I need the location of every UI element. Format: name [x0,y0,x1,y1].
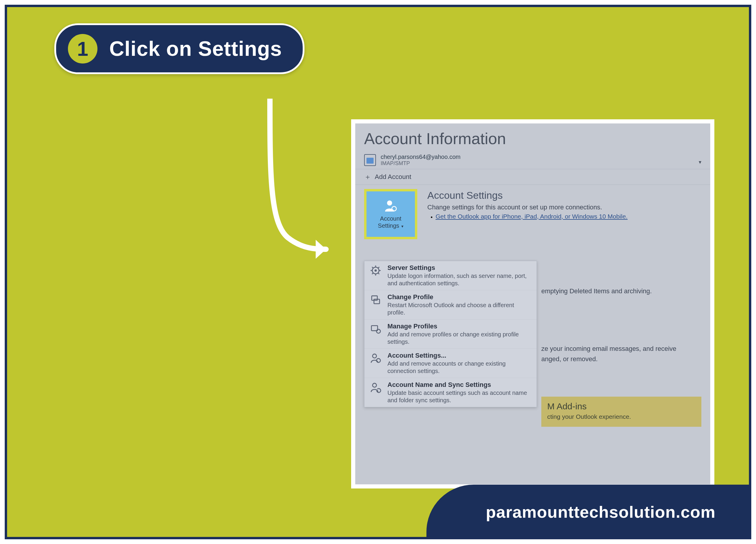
menu-manage-profiles[interactable]: Manage Profiles Add and remove profiles … [364,319,537,348]
add-account-label: Add Account [375,173,411,181]
account-settings-info: Account Settings Change settings for thi… [427,189,701,239]
footer-watermark: paramounttechsolution.com [426,485,751,539]
addins-title: M Add-ins [547,401,695,411]
chevron-down-icon: ▾ [401,224,403,229]
pointer-arrow-icon [258,99,341,276]
svg-rect-13 [374,299,379,304]
section-heading: Account Settings [427,190,701,201]
step-title: Click on Settings [109,37,282,61]
svg-point-1 [392,206,396,211]
menu-item-title: Change Profile [387,293,532,301]
menu-item-desc: Update basic account settings such as ac… [387,389,532,404]
svg-point-15 [377,329,380,333]
account-settings-dropdown: Server Settings Update logon information… [364,261,537,407]
menu-item-title: Manage Profiles [387,323,532,330]
addins-desc: cting your Outlook experience. [547,413,695,420]
svg-point-17 [377,359,380,362]
svg-point-16 [373,354,377,358]
svg-line-8 [372,267,373,268]
plus-icon: ＋ [364,172,371,182]
menu-account-name-sync[interactable]: Account Name and Sync Settings Update ba… [364,378,537,407]
footer-url: paramounttechsolution.com [486,502,716,522]
menu-item-desc: Update logon information, such as server… [387,272,532,287]
menu-item-title: Server Settings [387,264,532,272]
addins-panel: M Add-ins cting your Outlook experience. [541,397,701,427]
account-email: cheryl.parsons64@yahoo.com [381,154,460,160]
svg-point-0 [387,201,392,206]
menu-account-settings[interactable]: Account Settings... Add and remove accou… [364,348,537,378]
svg-point-3 [374,269,377,272]
svg-rect-12 [372,296,377,300]
account-settings-button[interactable]: AccountSettings ▾ [364,189,417,239]
section-description: Change settings for this account or set … [427,203,701,211]
profile-gear-icon [369,323,382,335]
add-account-button[interactable]: ＋ Add Account [355,169,710,185]
screenshot-panel: Account Information cheryl.parsons64@yah… [351,119,714,488]
outlook-account-info: Account Information cheryl.parsons64@yah… [355,123,710,484]
svg-line-9 [378,273,379,274]
step-header: 1 Click on Settings [54,23,304,74]
background-text: ze your incoming email messages, and rec… [541,345,701,353]
menu-item-desc: Restart Microsoft Outlook and choose a d… [387,302,532,316]
tutorial-frame: 1 Click on Settings Account Information … [5,5,751,539]
person-sync-icon [369,381,382,394]
gear-icon [369,264,382,277]
menu-server-settings[interactable]: Server Settings Update logon information… [364,261,537,290]
background-text: emptying Deleted Items and archiving. [541,287,701,295]
svg-line-10 [378,267,379,268]
person-gear-icon [384,199,397,213]
menu-item-desc: Add and remove profiles or change existi… [387,331,532,346]
person-gear-icon [369,352,382,365]
mailbox-icon [364,154,376,166]
menu-change-profile[interactable]: Change Profile Restart Microsoft Outlook… [364,290,537,319]
profile-switch-icon [369,293,382,306]
svg-line-11 [372,273,373,274]
step-number-badge: 1 [68,34,97,63]
background-text: anged, or removed. [541,355,701,363]
get-outlook-app-link[interactable]: Get the Outlook app for iPhone, iPad, An… [436,213,628,220]
account-type: IMAP/SMTP [381,160,460,167]
account-selector[interactable]: cheryl.parsons64@yahoo.com IMAP/SMTP ▾ [355,152,710,169]
menu-item-title: Account Name and Sync Settings [387,381,532,389]
account-settings-button-label: AccountSettings ▾ [378,215,404,229]
menu-item-desc: Add and remove accounts or change existi… [387,360,532,375]
menu-item-title: Account Settings... [387,352,532,359]
page-title: Account Information [355,123,710,152]
svg-point-18 [373,383,377,387]
chevron-down-icon: ▾ [699,159,701,165]
